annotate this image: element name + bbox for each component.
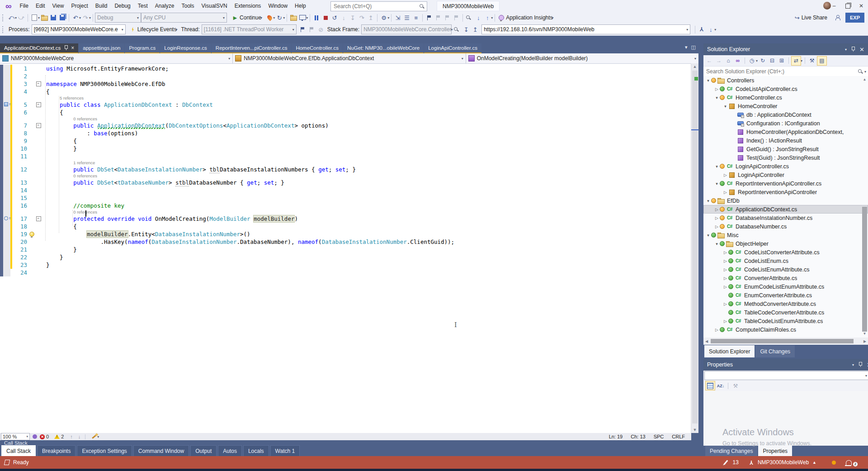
navigate-test-button[interactable]: ⇲ — [393, 13, 402, 22]
lifecycle-dropdown-icon[interactable]: ▾ — [175, 28, 177, 32]
code-line[interactable]: 14 — [0, 186, 691, 194]
categorized-view-icon[interactable] — [705, 381, 715, 390]
tree-item[interactable]: ▾C#ReportInterventionApiController.cs — [703, 179, 868, 188]
clear-bookmarks-button[interactable] — [452, 13, 461, 22]
expander-icon[interactable]: ▷ — [722, 173, 728, 177]
sync-with-active-document-icon[interactable]: ⇄ — [791, 56, 801, 66]
solution-platform-combo[interactable]: Any CPU▾ — [141, 13, 227, 23]
menu-item-project[interactable]: Project — [67, 0, 91, 12]
continue-button[interactable]: ▶ — [231, 13, 240, 22]
code-line[interactable]: 12 public DbSet<DatabaseInstalationNumbe… — [0, 166, 691, 173]
pending-edit-count[interactable]: 13 — [733, 459, 739, 466]
expander-icon[interactable]: ▷ — [722, 319, 728, 324]
tree-item[interactable]: ▷C#CodeListEnum.cs — [703, 257, 868, 265]
scroll-right-icon[interactable]: ▶ — [862, 339, 868, 343]
bottom-panel-tab[interactable]: Locals — [243, 445, 269, 456]
inheritance-margin-icon[interactable]: ↑ — [4, 102, 11, 106]
minimize-button[interactable]: – — [827, 0, 841, 12]
next-bookmark-button[interactable] — [443, 13, 452, 22]
scrollbar-thumb[interactable] — [711, 339, 854, 343]
live-share-button[interactable]: Live Share — [802, 14, 827, 21]
alphabetical-sort-icon[interactable]: AZ↓ — [716, 381, 725, 390]
continue-dropdown-icon[interactable]: ▾ — [260, 16, 262, 20]
filter-dropdown-icon[interactable]: ▾ — [756, 59, 758, 63]
toolbar-grip[interactable] — [2, 26, 5, 33]
menu-item-build[interactable]: Build — [92, 0, 111, 12]
expander-icon[interactable]: ▷ — [714, 224, 720, 229]
svn-branch-icon[interactable]: Y — [697, 25, 706, 34]
flag-runtime-button[interactable] — [307, 25, 316, 34]
code-line[interactable]: 7− public ApplicationDbContext(DbContext… — [0, 122, 691, 129]
close-button[interactable]: ✕ — [854, 0, 868, 12]
tree-item[interactable]: ▷C#DatabaseInstalationNumber.cs — [703, 214, 868, 222]
menu-item-extensions[interactable]: Extensions — [231, 0, 265, 12]
svn-get-latest-icon[interactable]: ↓ — [706, 25, 715, 34]
expander-icon[interactable]: ▷ — [722, 302, 728, 306]
device-target-button[interactable] — [298, 13, 307, 22]
expander-icon[interactable]: ▾ — [714, 181, 720, 186]
next-issue-button[interactable]: ↓ — [78, 434, 81, 439]
scroll-down-icon[interactable]: ▼ — [862, 331, 868, 337]
tree-item[interactable]: HomeController(ApplicationDbContext, — [703, 128, 868, 136]
tree-item[interactable]: ▾HomeController — [703, 102, 868, 110]
close-icon[interactable]: ✕ — [859, 46, 864, 53]
scroll-down-icon[interactable]: ▼ — [691, 427, 698, 433]
solution-explorer-search[interactable]: ▾ — [703, 67, 868, 77]
expander-icon[interactable]: ▷ — [714, 87, 720, 91]
notification-count-badge[interactable]: 2 — [853, 462, 858, 466]
restart-dropdown-icon[interactable]: ▾ — [283, 16, 285, 20]
svn-commit-button[interactable]: ↧ — [462, 25, 471, 34]
error-count[interactable]: 0 — [46, 434, 49, 439]
feedback-person-icon[interactable] — [835, 16, 839, 19]
expander-icon[interactable]: ▷ — [722, 276, 728, 281]
code-line[interactable]: 11 — [0, 152, 691, 160]
restore-button[interactable] — [841, 0, 854, 12]
repository-name[interactable]: NMP3000MobileWeb — [758, 459, 809, 466]
expander-icon[interactable]: ▾ — [705, 233, 711, 238]
editor-tab[interactable]: ReportInterven...piController.cs — [212, 43, 292, 53]
app-insights-dropdown-icon[interactable]: ▾ — [552, 16, 554, 20]
code-line[interactable]: ↑5− public class ApplicationDbContext : … — [0, 101, 691, 109]
code-line[interactable]: 16 //composite key — [0, 202, 691, 209]
tree-item[interactable]: ▾Misc — [703, 231, 868, 239]
svn-url-combo[interactable]: https://192.168.10.6/svn/NMP3000MobileWe… — [481, 24, 690, 34]
editor-tab[interactable]: Program.cs — [125, 43, 160, 53]
expander-icon[interactable]: ▷ — [714, 207, 720, 212]
line-ending-indicator[interactable]: CRLF — [672, 434, 685, 439]
pin-icon[interactable] — [64, 45, 68, 51]
editor-tab[interactable]: HomeController.cs — [292, 43, 343, 53]
show-flagged-only-button[interactable]: ⊘ — [316, 25, 326, 34]
code-line[interactable]: 9 { — [0, 137, 691, 145]
code-line[interactable]: ↑17− protected override void OnModelCrea… — [0, 215, 691, 223]
move-up-button[interactable]: ↑ — [483, 13, 492, 22]
scroll-left-icon[interactable]: ◀ — [703, 339, 710, 343]
menu-item-file[interactable]: File — [16, 0, 32, 12]
save-all-button[interactable] — [58, 13, 67, 22]
tree-item[interactable]: ▷C#ComputeIClaimRoles.cs — [703, 325, 868, 334]
property-pages-wrench-icon[interactable]: ⚒ — [731, 381, 740, 390]
tree-item[interactable]: C#EnumConverterAttribute.cs — [703, 291, 868, 300]
sync-dropdown-icon[interactable]: ▾ — [801, 59, 802, 63]
collapse-toggle-icon[interactable]: − — [36, 81, 41, 86]
right-panel-tab[interactable]: Pending Changes — [705, 446, 757, 456]
comment-lines-button[interactable]: ≡ — [411, 13, 420, 22]
tree-item[interactable]: Test(Guid) : JsonStringResult — [703, 153, 868, 162]
pin-icon[interactable] — [851, 47, 855, 52]
tree-item[interactable]: ▷C#CodeListApiController.cs — [703, 85, 868, 93]
thread-combo[interactable]: [11616] .NET ThreadPool Worker▾ — [202, 24, 297, 34]
document-outline-button[interactable]: ☰ — [402, 13, 411, 22]
restart-debugging-button[interactable]: ↺ — [330, 13, 339, 22]
tree-item[interactable]: ▷ReportInterventionApiController — [703, 188, 868, 196]
flag-threads-button[interactable] — [298, 25, 307, 34]
move-down-button[interactable]: ↓ — [474, 13, 483, 22]
tree-item[interactable]: ▷C#MethodConverterAttribute.cs — [703, 300, 868, 308]
hot-reload-button[interactable] — [265, 13, 274, 22]
search-icon[interactable] — [858, 69, 863, 74]
tree-item[interactable]: ▾C#HomeController.cs — [703, 93, 868, 102]
column-indicator[interactable]: Ch: 13 — [631, 434, 645, 439]
code-line[interactable]: 8 : base(options) — [0, 129, 691, 137]
diagnostics-button[interactable]: ⚙ — [379, 13, 388, 22]
refresh-icon[interactable]: ↻ — [758, 57, 767, 65]
space-indicator[interactable]: SPC — [654, 434, 664, 439]
experimental-instance-badge[interactable]: EXP — [845, 13, 864, 23]
